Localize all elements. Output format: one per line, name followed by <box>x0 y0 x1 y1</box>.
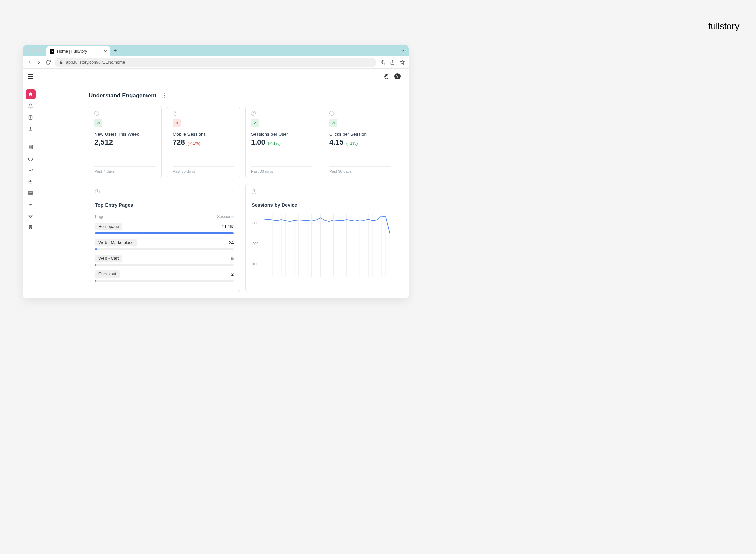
browser-window: fs Home | FullStory × + app.fullstory.co… <box>23 45 409 298</box>
help-icon[interactable]: ? <box>394 73 401 79</box>
page-name: Web - Cart <box>95 255 122 262</box>
svg-rect-28 <box>29 228 31 229</box>
sidebar-bell-icon[interactable] <box>26 101 36 111</box>
col-sessions: Sessions <box>217 214 234 219</box>
arrow-up-icon <box>329 119 337 127</box>
tab-title: Home | FullStory <box>57 49 87 54</box>
progress-bar <box>95 264 234 266</box>
forward-icon[interactable] <box>36 60 42 65</box>
table-row[interactable]: Web - Marketplace 24 <box>95 239 234 250</box>
traffic-close[interactable] <box>27 49 30 52</box>
y-tick-100: 100 <box>252 262 258 266</box>
address-bar: app.fullstory.com/ui/1ENq/home <box>23 56 409 69</box>
topbar-right: ? <box>384 73 401 79</box>
kebab-menu-icon[interactable] <box>163 92 167 99</box>
clock-icon <box>95 189 100 194</box>
y-tick-200: 200 <box>252 242 258 246</box>
metric-delta: (+1%) <box>346 141 358 146</box>
sidebar-path-icon[interactable] <box>26 199 36 209</box>
main: ? Understand Engagement New Users This W… <box>38 69 409 298</box>
sessions-device-card: Sessions by Device 300 200 100 <box>245 184 396 292</box>
sidebar <box>23 69 38 298</box>
favicon-icon: fs <box>50 49 54 54</box>
browser-tab[interactable]: fs Home | FullStory × <box>46 46 110 56</box>
page-name: Checkout <box>95 270 120 278</box>
page-sessions: 5 <box>231 256 234 261</box>
clock-icon <box>329 111 334 116</box>
entry-rows: Homepage 11.1K Web - Marketplace 24 Web … <box>95 223 234 282</box>
hand-icon[interactable] <box>384 73 390 79</box>
progress-bar <box>95 232 234 234</box>
tab-strip: fs Home | FullStory × + <box>23 45 409 56</box>
page-name: Homepage <box>95 223 122 230</box>
col-page: Page <box>95 214 104 219</box>
metric-delta: (< 1%) <box>268 141 281 146</box>
arrow-down-icon <box>173 119 181 127</box>
chevron-down-icon[interactable] <box>401 49 405 53</box>
svg-rect-12 <box>29 145 30 147</box>
sidebar-divider <box>26 138 35 138</box>
wide-cards-row: Top Entry Pages Page Sessions Homepage 1… <box>89 184 396 292</box>
table-header: Page Sessions <box>95 214 234 219</box>
table-row[interactable]: Checkout 2 <box>95 270 234 282</box>
clock-icon <box>94 111 99 116</box>
traffic-min[interactable] <box>32 49 36 52</box>
sidebar-grid-icon[interactable] <box>26 142 36 152</box>
arrow-up-icon <box>94 119 102 127</box>
sidebar-loading-icon[interactable] <box>26 154 36 164</box>
sidebar-download-icon[interactable] <box>26 124 36 134</box>
clock-icon <box>251 111 256 116</box>
metric-label: Sessions per User <box>251 132 312 137</box>
star-icon[interactable] <box>400 60 405 65</box>
sidebar-home-icon[interactable] <box>26 89 36 99</box>
metric-period: Past 30 days <box>173 166 234 173</box>
sessions-device-title: Sessions by Device <box>252 202 390 208</box>
metric-period: Past 30 days <box>329 166 391 173</box>
svg-marker-4 <box>400 60 404 64</box>
clock-icon <box>252 189 256 194</box>
metric-value: 2,512 <box>94 138 113 147</box>
reload-icon[interactable] <box>46 60 51 65</box>
svg-line-30 <box>176 122 178 124</box>
sidebar-diamond-icon[interactable] <box>26 211 36 221</box>
menu-icon[interactable] <box>23 71 38 82</box>
metric-period: Past 30 days <box>251 166 312 173</box>
section-title: Understand Engagement <box>89 92 156 99</box>
metric-card[interactable]: Mobile Sessions 728 (< 1%) Past 30 days <box>167 106 240 178</box>
sidebar-note-icon[interactable] <box>26 112 36 122</box>
svg-line-32 <box>332 122 334 124</box>
progress-bar <box>95 248 234 250</box>
y-tick-300: 300 <box>252 221 258 225</box>
section-header: Understand Engagement <box>89 92 396 99</box>
entry-pages-title: Top Entry Pages <box>95 202 234 208</box>
metric-card[interactable]: New Users This Week 2,512 Past 7 days <box>89 106 162 178</box>
table-row[interactable]: Web - Cart 5 <box>95 255 234 266</box>
sidebar-chart-icon[interactable] <box>26 176 36 186</box>
svg-rect-14 <box>29 147 30 149</box>
page-sessions: 11.1K <box>222 224 234 229</box>
url-field[interactable]: app.fullstory.com/ui/1ENq/home <box>55 58 376 67</box>
metric-delta: (< 1%) <box>188 141 200 146</box>
svg-rect-27 <box>29 227 32 228</box>
metric-card[interactable]: Clicks per Session 4.15 (+1%) Past 30 da… <box>324 106 396 178</box>
metric-label: Mobile Sessions <box>173 132 234 137</box>
sidebar-table-icon[interactable] <box>26 188 36 198</box>
table-row[interactable]: Homepage 11.1K <box>95 223 234 234</box>
content: Understand Engagement New Users This Wee… <box>38 69 409 292</box>
page-sessions: 24 <box>229 240 234 245</box>
svg-rect-13 <box>31 145 32 147</box>
sidebar-layers-icon[interactable] <box>26 222 36 232</box>
zoom-icon[interactable] <box>380 60 385 65</box>
sidebar-trend-icon[interactable] <box>26 165 36 175</box>
tab-close-icon[interactable]: × <box>104 49 107 54</box>
share-icon[interactable] <box>390 60 395 65</box>
clock-icon <box>173 111 177 116</box>
back-icon[interactable] <box>27 60 32 65</box>
new-tab-icon[interactable]: + <box>114 48 117 54</box>
svg-line-3 <box>384 63 385 64</box>
app-body: ? Understand Engagement New Users This W… <box>23 69 409 298</box>
metric-card[interactable]: Sessions per User 1.00 (< 1%) Past 30 da… <box>245 106 318 178</box>
metric-period: Past 7 days <box>94 166 156 173</box>
entry-pages-card: Top Entry Pages Page Sessions Homepage 1… <box>89 184 240 292</box>
traffic-max[interactable] <box>38 49 41 52</box>
